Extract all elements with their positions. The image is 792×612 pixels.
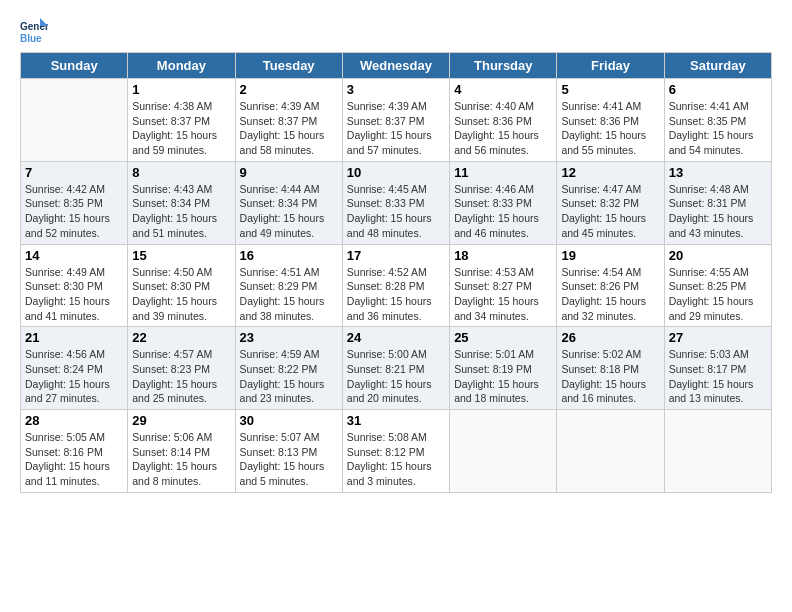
day-details: Sunrise: 4:43 AM Sunset: 8:34 PM Dayligh… — [132, 182, 230, 241]
day-number: 31 — [347, 413, 445, 428]
day-number: 5 — [561, 82, 659, 97]
logo: General Blue — [20, 16, 50, 44]
day-number: 13 — [669, 165, 767, 180]
day-details: Sunrise: 4:46 AM Sunset: 8:33 PM Dayligh… — [454, 182, 552, 241]
day-details: Sunrise: 4:49 AM Sunset: 8:30 PM Dayligh… — [25, 265, 123, 324]
header-row: SundayMondayTuesdayWednesdayThursdayFrid… — [21, 53, 772, 79]
day-details: Sunrise: 4:45 AM Sunset: 8:33 PM Dayligh… — [347, 182, 445, 241]
day-cell: 14Sunrise: 4:49 AM Sunset: 8:30 PM Dayli… — [21, 244, 128, 327]
day-cell — [450, 410, 557, 493]
day-number: 23 — [240, 330, 338, 345]
day-cell: 9Sunrise: 4:44 AM Sunset: 8:34 PM Daylig… — [235, 161, 342, 244]
svg-text:Blue: Blue — [20, 33, 42, 44]
day-cell: 3Sunrise: 4:39 AM Sunset: 8:37 PM Daylig… — [342, 79, 449, 162]
col-header-tuesday: Tuesday — [235, 53, 342, 79]
day-cell: 5Sunrise: 4:41 AM Sunset: 8:36 PM Daylig… — [557, 79, 664, 162]
week-row-3: 14Sunrise: 4:49 AM Sunset: 8:30 PM Dayli… — [21, 244, 772, 327]
day-number: 6 — [669, 82, 767, 97]
day-details: Sunrise: 5:00 AM Sunset: 8:21 PM Dayligh… — [347, 347, 445, 406]
day-number: 16 — [240, 248, 338, 263]
day-details: Sunrise: 4:57 AM Sunset: 8:23 PM Dayligh… — [132, 347, 230, 406]
day-cell: 25Sunrise: 5:01 AM Sunset: 8:19 PM Dayli… — [450, 327, 557, 410]
day-details: Sunrise: 4:51 AM Sunset: 8:29 PM Dayligh… — [240, 265, 338, 324]
day-cell: 8Sunrise: 4:43 AM Sunset: 8:34 PM Daylig… — [128, 161, 235, 244]
day-number: 7 — [25, 165, 123, 180]
calendar-table: SundayMondayTuesdayWednesdayThursdayFrid… — [20, 52, 772, 493]
day-details: Sunrise: 4:44 AM Sunset: 8:34 PM Dayligh… — [240, 182, 338, 241]
day-details: Sunrise: 5:01 AM Sunset: 8:19 PM Dayligh… — [454, 347, 552, 406]
day-number: 17 — [347, 248, 445, 263]
day-number: 14 — [25, 248, 123, 263]
day-cell: 10Sunrise: 4:45 AM Sunset: 8:33 PM Dayli… — [342, 161, 449, 244]
col-header-sunday: Sunday — [21, 53, 128, 79]
day-number: 22 — [132, 330, 230, 345]
day-details: Sunrise: 5:06 AM Sunset: 8:14 PM Dayligh… — [132, 430, 230, 489]
day-cell: 20Sunrise: 4:55 AM Sunset: 8:25 PM Dayli… — [664, 244, 771, 327]
day-cell: 17Sunrise: 4:52 AM Sunset: 8:28 PM Dayli… — [342, 244, 449, 327]
day-details: Sunrise: 4:59 AM Sunset: 8:22 PM Dayligh… — [240, 347, 338, 406]
day-number: 1 — [132, 82, 230, 97]
day-details: Sunrise: 4:53 AM Sunset: 8:27 PM Dayligh… — [454, 265, 552, 324]
day-cell: 30Sunrise: 5:07 AM Sunset: 8:13 PM Dayli… — [235, 410, 342, 493]
day-cell: 24Sunrise: 5:00 AM Sunset: 8:21 PM Dayli… — [342, 327, 449, 410]
day-number: 8 — [132, 165, 230, 180]
day-cell — [664, 410, 771, 493]
day-number: 3 — [347, 82, 445, 97]
day-number: 21 — [25, 330, 123, 345]
day-number: 30 — [240, 413, 338, 428]
day-cell: 11Sunrise: 4:46 AM Sunset: 8:33 PM Dayli… — [450, 161, 557, 244]
col-header-monday: Monday — [128, 53, 235, 79]
logo-icon: General Blue — [20, 16, 48, 44]
col-header-saturday: Saturday — [664, 53, 771, 79]
day-number: 29 — [132, 413, 230, 428]
day-number: 18 — [454, 248, 552, 263]
day-cell: 12Sunrise: 4:47 AM Sunset: 8:32 PM Dayli… — [557, 161, 664, 244]
day-number: 28 — [25, 413, 123, 428]
day-cell: 2Sunrise: 4:39 AM Sunset: 8:37 PM Daylig… — [235, 79, 342, 162]
day-details: Sunrise: 4:38 AM Sunset: 8:37 PM Dayligh… — [132, 99, 230, 158]
day-cell: 19Sunrise: 4:54 AM Sunset: 8:26 PM Dayli… — [557, 244, 664, 327]
day-number: 10 — [347, 165, 445, 180]
week-row-1: 1Sunrise: 4:38 AM Sunset: 8:37 PM Daylig… — [21, 79, 772, 162]
day-cell: 16Sunrise: 4:51 AM Sunset: 8:29 PM Dayli… — [235, 244, 342, 327]
day-cell: 22Sunrise: 4:57 AM Sunset: 8:23 PM Dayli… — [128, 327, 235, 410]
day-details: Sunrise: 4:54 AM Sunset: 8:26 PM Dayligh… — [561, 265, 659, 324]
day-cell: 31Sunrise: 5:08 AM Sunset: 8:12 PM Dayli… — [342, 410, 449, 493]
day-details: Sunrise: 4:41 AM Sunset: 8:35 PM Dayligh… — [669, 99, 767, 158]
day-number: 24 — [347, 330, 445, 345]
day-details: Sunrise: 4:52 AM Sunset: 8:28 PM Dayligh… — [347, 265, 445, 324]
day-details: Sunrise: 4:39 AM Sunset: 8:37 PM Dayligh… — [240, 99, 338, 158]
day-details: Sunrise: 4:47 AM Sunset: 8:32 PM Dayligh… — [561, 182, 659, 241]
day-details: Sunrise: 4:41 AM Sunset: 8:36 PM Dayligh… — [561, 99, 659, 158]
day-number: 4 — [454, 82, 552, 97]
header: General Blue — [20, 16, 772, 44]
day-details: Sunrise: 5:07 AM Sunset: 8:13 PM Dayligh… — [240, 430, 338, 489]
day-number: 2 — [240, 82, 338, 97]
day-details: Sunrise: 4:56 AM Sunset: 8:24 PM Dayligh… — [25, 347, 123, 406]
day-details: Sunrise: 4:40 AM Sunset: 8:36 PM Dayligh… — [454, 99, 552, 158]
page: General Blue SundayMondayTuesdayWednesda… — [0, 0, 792, 509]
day-cell: 28Sunrise: 5:05 AM Sunset: 8:16 PM Dayli… — [21, 410, 128, 493]
col-header-friday: Friday — [557, 53, 664, 79]
day-number: 19 — [561, 248, 659, 263]
day-cell: 7Sunrise: 4:42 AM Sunset: 8:35 PM Daylig… — [21, 161, 128, 244]
day-number: 15 — [132, 248, 230, 263]
day-cell — [557, 410, 664, 493]
day-cell: 18Sunrise: 4:53 AM Sunset: 8:27 PM Dayli… — [450, 244, 557, 327]
day-details: Sunrise: 4:42 AM Sunset: 8:35 PM Dayligh… — [25, 182, 123, 241]
day-cell: 15Sunrise: 4:50 AM Sunset: 8:30 PM Dayli… — [128, 244, 235, 327]
week-row-5: 28Sunrise: 5:05 AM Sunset: 8:16 PM Dayli… — [21, 410, 772, 493]
day-cell: 13Sunrise: 4:48 AM Sunset: 8:31 PM Dayli… — [664, 161, 771, 244]
day-number: 25 — [454, 330, 552, 345]
day-details: Sunrise: 4:48 AM Sunset: 8:31 PM Dayligh… — [669, 182, 767, 241]
day-cell: 27Sunrise: 5:03 AM Sunset: 8:17 PM Dayli… — [664, 327, 771, 410]
col-header-thursday: Thursday — [450, 53, 557, 79]
day-cell: 23Sunrise: 4:59 AM Sunset: 8:22 PM Dayli… — [235, 327, 342, 410]
day-cell: 29Sunrise: 5:06 AM Sunset: 8:14 PM Dayli… — [128, 410, 235, 493]
week-row-4: 21Sunrise: 4:56 AM Sunset: 8:24 PM Dayli… — [21, 327, 772, 410]
day-details: Sunrise: 4:55 AM Sunset: 8:25 PM Dayligh… — [669, 265, 767, 324]
week-row-2: 7Sunrise: 4:42 AM Sunset: 8:35 PM Daylig… — [21, 161, 772, 244]
day-number: 12 — [561, 165, 659, 180]
day-cell: 6Sunrise: 4:41 AM Sunset: 8:35 PM Daylig… — [664, 79, 771, 162]
day-details: Sunrise: 5:02 AM Sunset: 8:18 PM Dayligh… — [561, 347, 659, 406]
